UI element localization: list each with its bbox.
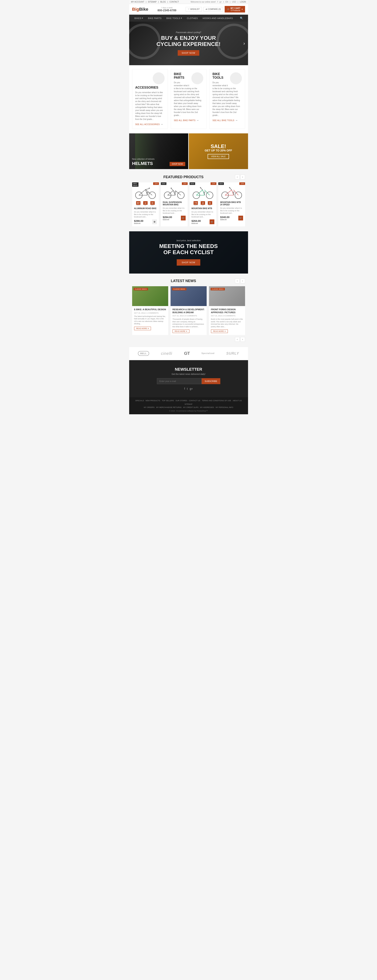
search-icon[interactable]: 🔍	[238, 15, 245, 22]
product-settings-1[interactable]: ⚙	[152, 220, 157, 224]
arrow-icon-news-3: ▾	[225, 330, 226, 332]
hero-content: Passionate about cycling? BUY & ENJOY YO…	[157, 31, 221, 56]
news-prev-arrow[interactable]: ‹	[235, 278, 240, 283]
product-desc-4: Do you remember what it is like to be cr…	[220, 207, 243, 215]
svg-line-13	[175, 190, 181, 195]
footer-link-orders[interactable]: MY ORDERS	[144, 406, 155, 408]
bike-parts-link[interactable]: SEE ALL BIKE PARTS	[174, 119, 196, 121]
hero-shop-button[interactable]: SHOP NOW	[178, 50, 199, 56]
compare-icon: ⇄	[206, 8, 207, 10]
newsletter-subscribe-button[interactable]: SUBSCRIBE	[202, 378, 220, 384]
meeting-shop-button[interactable]: SHOP NOW	[177, 259, 200, 266]
footer-link-about[interactable]: ABOUT US	[233, 399, 242, 402]
svg-line-26	[201, 188, 203, 190]
read-more-button-2[interactable]: READ MORE ▾	[173, 329, 190, 333]
news-title-1: E-BIKE: A BEAUTIFUL DESIGN	[134, 308, 166, 311]
nav-bike-parts[interactable]: BIKE PARTS	[146, 15, 164, 21]
accessories-link[interactable]: SEE ALL ACCESSORIES	[135, 123, 160, 126]
add-cart-button-4[interactable]: 🛒	[238, 216, 243, 220]
hero-next-arrow[interactable]: ›	[244, 41, 245, 46]
sitemap-link[interactable]: SITEMAP	[148, 1, 157, 3]
brand-cinelli[interactable]: cinelli	[161, 351, 172, 356]
bike-parts-desc: Do you remember what it is like to be cr…	[174, 81, 203, 117]
product-price-2: $264.00 $320.00	[163, 216, 172, 221]
footer-link-sitemap[interactable]: SITEMAP	[185, 403, 193, 405]
accessories-desc: Do you remember what it is like to be cr…	[135, 91, 165, 121]
currency-selector[interactable]: USD	[232, 1, 236, 3]
svg-line-33	[234, 190, 238, 195]
featured-next-arrow[interactable]: ›	[240, 175, 245, 180]
nav-hooks[interactable]: HOOKS AND HANDLEBARS	[200, 15, 235, 21]
contact-link[interactable]: CONTACT	[169, 1, 179, 3]
my-account-link[interactable]: MY ACCOUNT	[131, 1, 144, 3]
news-image-2: CLASSIC BIKES	[171, 286, 207, 306]
news-category-2: CLASSIC BIKES	[172, 288, 187, 290]
news-image-1: CLASSIC BIKES	[132, 286, 168, 306]
news-card-1: CLASSIC BIKES E-BIKE: A BEAUTIFUL DESIGN…	[132, 286, 168, 335]
news-bottom-next[interactable]: ›	[240, 337, 245, 342]
cart-button[interactable]: 🛒 MY CART 0 Products ▾	[225, 6, 245, 13]
product-image-3	[192, 185, 214, 200]
footer-link-top-sellers[interactable]: TOP SELLERS	[162, 399, 174, 402]
read-more-button-1[interactable]: READ MORE ▾	[134, 327, 151, 330]
news-content-3: FRONT FORKS DESIGN APPROVED: PICTURES OC…	[209, 306, 245, 335]
twitter-icon[interactable]: t	[187, 387, 188, 390]
brand-specialized[interactable]: Specialized	[201, 352, 214, 355]
footer-link-new-products[interactable]: NEW PRODUCTS	[146, 399, 160, 402]
product-discount-4: -10%	[239, 182, 245, 185]
svg-line-6	[146, 189, 149, 189]
facebook-icon[interactable]: f	[184, 387, 185, 390]
footer-link-returns[interactable]: MY MERCHANDISE RETURNS	[156, 406, 181, 408]
product-card-2: NEW -20% DUAL SUSPENSION MOUNTAIN BIKE D	[161, 182, 188, 226]
promo-label: New collection of helmets	[132, 158, 155, 160]
footer-link-credit[interactable]: MY CREDIT SLIPS	[183, 406, 198, 408]
read-more-button-3[interactable]: READ MORE ▾	[211, 329, 228, 333]
lang-selector[interactable]: EN	[225, 1, 228, 3]
helmets-shop-button[interactable]: SHOP NOW	[169, 162, 185, 166]
meeting-title: MEETING THE NEEDSOF EACH CYCLIST	[132, 243, 245, 256]
product-price-3: $264.00 $320.00	[192, 220, 201, 224]
product-badge-new-3: NEW	[190, 182, 195, 185]
brand-gt[interactable]: GT	[184, 351, 190, 356]
add-cart-button-3[interactable]: 🛒	[210, 220, 214, 224]
nav-bike-tools[interactable]: BIKE TOOLS ▾	[164, 15, 185, 21]
header-actions: ♡ WISHLIST ⇄ COMPARE (0) 🛒 MY CART 0 Pro…	[185, 6, 245, 13]
meeting-section: best price, best selection MEETING THE N…	[129, 231, 248, 274]
footer-link-contact[interactable]: CONTACT US	[189, 399, 200, 402]
footer-link-specials[interactable]: SPECIALS	[135, 399, 144, 402]
news-card-3: CLASSIC BIKES FRONT FORKS DESIGN APPROVE…	[209, 286, 245, 335]
promo-section: New collection of helmets HELMETS SHOP N…	[129, 134, 248, 169]
top-bar-right: Welcome to our online store! f g+ t EN |…	[190, 1, 246, 3]
news-bottom-prev[interactable]: ‹	[235, 337, 240, 342]
svg-line-23	[204, 190, 210, 195]
sale-button[interactable]: VIEW ALL SALE	[208, 154, 229, 159]
nav-bikes[interactable]: BIKES ▾	[132, 15, 146, 21]
product-card-1: NEWSALE! -10% 807	[132, 182, 159, 226]
footer-link-personal[interactable]: MY PERSONAL INFO	[216, 406, 233, 408]
featured-prev-arrow[interactable]: ‹	[235, 175, 240, 180]
nav-clothes[interactable]: CLOTHES	[184, 15, 200, 21]
footer-link-our-stores[interactable]: OUR STORES	[176, 399, 187, 402]
news-next-arrow[interactable]: ›	[240, 278, 245, 283]
logo[interactable]: BigBike	[132, 7, 148, 12]
wishlist-button[interactable]: ♡ WISHLIST	[185, 7, 202, 11]
add-cart-button-2[interactable]: 🛒	[181, 216, 185, 220]
news-title-3: FRONT FORKS DESIGN APPROVED: PICTURES	[211, 308, 243, 314]
news-desc-2: Thousands of people dream of having thei…	[173, 318, 204, 328]
brands-grid: BELL cinelli GT Specialized SURLY	[132, 351, 245, 356]
compare-button[interactable]: ⇄ COMPARE (0)	[203, 7, 223, 11]
meeting-subtitle: best price, best selection	[132, 239, 245, 242]
promo-helmets: New collection of helmets HELMETS SHOP N…	[129, 134, 188, 169]
bike-parts-image	[192, 72, 203, 84]
newsletter-email-input[interactable]	[157, 378, 202, 384]
brand-bell[interactable]: BELL	[138, 351, 149, 356]
footer-link-addresses[interactable]: MY ADDRESSES	[200, 406, 214, 408]
bike-tools-link[interactable]: SEE ALL BIKE TOOLS	[212, 119, 234, 121]
top-bar: MY ACCOUNT | SITEMAP | BLOG | CONTACT We…	[129, 0, 248, 4]
blog-link[interactable]: BLOG	[160, 1, 166, 3]
login-link[interactable]: LOGIN	[240, 1, 246, 3]
footer-link-terms[interactable]: TERMS AND CONDITIONS OF USE	[202, 399, 231, 402]
googleplus-icon[interactable]: g+	[190, 387, 193, 390]
newsletter-section: NEWSLETTER Get the latest news delivered…	[129, 360, 248, 397]
brand-surly[interactable]: SURLY	[226, 352, 239, 356]
